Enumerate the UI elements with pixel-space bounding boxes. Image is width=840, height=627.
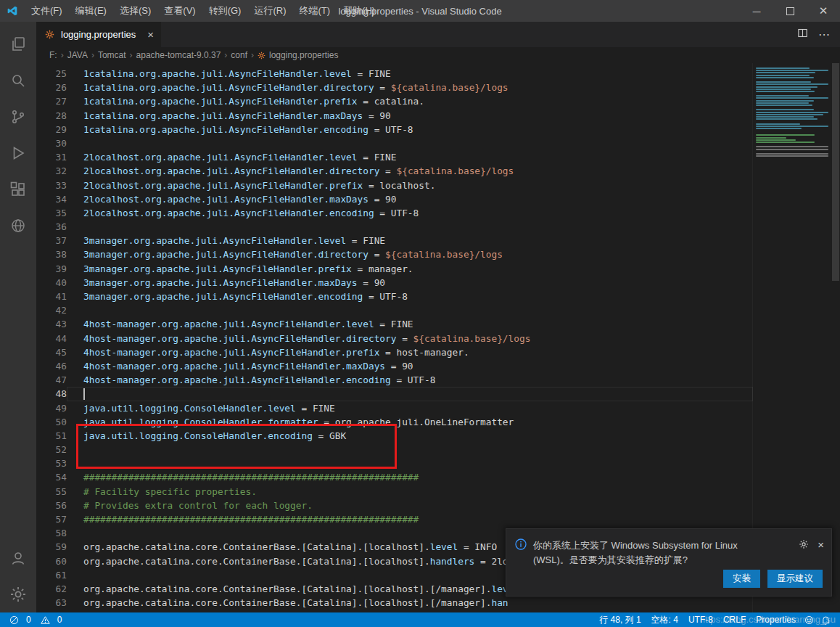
menu-item[interactable]: 查看(V)	[157, 0, 202, 22]
close-button[interactable]: ✕	[807, 0, 840, 22]
code-line[interactable]: 444host-manager.org.apache.juli.AsyncFil…	[36, 332, 753, 345]
code-line[interactable]: 30	[36, 136, 753, 150]
status-language-mode[interactable]: Properties	[751, 615, 801, 625]
code-line[interactable]: 261catalina.org.apache.juli.AsyncFileHan…	[36, 81, 753, 94]
code-line[interactable]: 57######################################…	[36, 512, 753, 526]
code-line[interactable]: 312localhost.org.apache.juli.AsyncFileHa…	[36, 150, 753, 164]
breadcrumb-item[interactable]: logging.properties	[268, 50, 339, 60]
breadcrumb-item[interactable]: F:	[48, 50, 59, 60]
code-token: 1catalina.org.apache.juli.AsyncFileHandl…	[83, 96, 358, 107]
install-button[interactable]: 安装	[723, 570, 760, 588]
code-token: = 90	[385, 361, 413, 372]
line-number: 49	[36, 401, 67, 415]
titlebar: 文件(F)编辑(E)选择(S)查看(V)转到(G)运行(R)终端(T)帮助(H)…	[0, 0, 840, 22]
status-encoding[interactable]: UTF-8	[683, 615, 718, 625]
code-token: = UTF-8	[363, 291, 408, 302]
line-number: 34	[36, 192, 67, 206]
minimap-line	[756, 128, 802, 129]
search-icon[interactable]	[1, 62, 36, 99]
code-line[interactable]: 271catalina.org.apache.juli.AsyncFileHan…	[36, 94, 753, 108]
explorer-icon[interactable]	[1, 26, 36, 62]
notifications-bell-icon[interactable]	[818, 615, 834, 625]
menu-item[interactable]: 编辑(E)	[69, 0, 113, 22]
code-line[interactable]: 373manager.org.apache.juli.AsyncFileHand…	[36, 234, 753, 247]
code-line[interactable]: 474host-manager.org.apache.juli.AsyncFil…	[36, 373, 753, 387]
globe-extension-icon[interactable]	[1, 208, 36, 244]
code-line[interactable]: 454host-manager.org.apache.juli.AsyncFil…	[36, 345, 753, 359]
code-line[interactable]: 54######################################…	[36, 470, 753, 484]
notification-gear-icon[interactable]	[799, 539, 809, 552]
code-line[interactable]: 464host-manager.org.apache.juli.AsyncFil…	[36, 359, 753, 373]
split-editor-icon[interactable]	[797, 28, 808, 41]
code-line[interactable]: 352localhost.org.apache.juli.AsyncFileHa…	[36, 206, 753, 220]
code-line[interactable]: 413manager.org.apache.juli.AsyncFileHand…	[36, 290, 753, 303]
code-line[interactable]: 42	[36, 303, 753, 317]
feedback-smiley-icon[interactable]	[801, 615, 818, 625]
code-line[interactable]: 291catalina.org.apache.juli.AsyncFileHan…	[36, 123, 753, 136]
line-number: 41	[36, 290, 67, 303]
status-cursor-position[interactable]: 行 48, 列 1	[594, 614, 646, 626]
code-line[interactable]: 52	[36, 443, 753, 456]
menu-item[interactable]: 运行(R)	[247, 0, 292, 22]
code-line[interactable]: 322localhost.org.apache.juli.AsyncFileHa…	[36, 164, 753, 178]
tab-logging-properties[interactable]: logging.properties ×	[36, 22, 161, 47]
run-debug-icon[interactable]	[1, 135, 36, 171]
line-text: 1catalina.org.apache.juli.AsyncFileHandl…	[67, 123, 753, 136]
line-text: 4host-manager.org.apache.juli.AsyncFileH…	[67, 332, 753, 345]
show-recommendations-button[interactable]: 显示建议	[767, 570, 823, 588]
breadcrumb-item[interactable]: apache-tomcat-9.0.37	[135, 50, 223, 60]
scrollbar-slider[interactable]	[832, 63, 839, 281]
code-line[interactable]: 383manager.org.apache.juli.AsyncFileHand…	[36, 247, 753, 261]
minimize-button[interactable]: ─	[740, 0, 773, 22]
line-text: java.util.logging.ConsoleHandler.encodin…	[67, 429, 753, 443]
source-control-icon[interactable]	[1, 99, 36, 135]
more-actions-icon[interactable]: ⋯	[818, 28, 830, 41]
code-token: 2localhost.org.apache.juli.AsyncFileHand…	[83, 152, 358, 163]
code-line[interactable]: 56# Provides extra control for each logg…	[36, 499, 753, 512]
code-line[interactable]: 49java.util.logging.ConsoleHandler.level…	[36, 401, 753, 415]
problems-indicator[interactable]: 0 0	[6, 615, 65, 625]
code-line[interactable]: 281catalina.org.apache.juli.AsyncFileHan…	[36, 109, 753, 123]
code-line[interactable]: 55# Facility specific properties.	[36, 485, 753, 499]
minimap-line	[756, 139, 796, 141]
code-line[interactable]: 251catalina.org.apache.juli.AsyncFileHan…	[36, 67, 753, 81]
code-token: =	[374, 82, 391, 93]
menu-item[interactable]: 选择(S)	[113, 0, 157, 22]
code-line[interactable]: 403manager.org.apache.juli.AsyncFileHand…	[36, 276, 753, 290]
breadcrumb-item[interactable]: JAVA	[66, 50, 89, 60]
minimap-line	[756, 132, 830, 134]
status-eol[interactable]: CRLF	[718, 615, 751, 625]
line-text: ########################################…	[67, 470, 753, 484]
line-text: 3manager.org.apache.juli.AsyncFileHandle…	[67, 234, 753, 247]
code-line[interactable]: 393manager.org.apache.juli.AsyncFileHand…	[36, 262, 753, 276]
status-indentation[interactable]: 空格: 4	[646, 614, 683, 626]
code-token: org.apache.catalina.core.ContainerBase.[…	[83, 597, 491, 608]
notification-close-icon[interactable]: ×	[818, 539, 824, 550]
code-line[interactable]: 50java.util.logging.ConsoleHandler.forma…	[36, 415, 753, 429]
code-line[interactable]: 63org.apache.catalina.core.ContainerBase…	[36, 596, 753, 610]
maximize-button[interactable]	[773, 0, 807, 22]
code-line[interactable]: 332localhost.org.apache.juli.AsyncFileHa…	[36, 179, 753, 192]
tab-close-icon[interactable]: ×	[147, 29, 154, 40]
accounts-icon[interactable]	[1, 540, 36, 576]
breadcrumb-item[interactable]: conf	[229, 50, 249, 60]
breadcrumb-item[interactable]: Tomcat	[96, 50, 128, 60]
menu-item[interactable]: 转到(G)	[202, 0, 248, 22]
code-line[interactable]: 48	[36, 387, 753, 401]
code-line[interactable]: 53	[36, 456, 753, 470]
minimap-line	[756, 83, 828, 85]
editor-scrollbar[interactable]	[831, 63, 840, 612]
settings-gear-icon[interactable]	[1, 576, 36, 612]
code-line[interactable]: 434host-manager.org.apache.juli.AsyncFil…	[36, 317, 753, 331]
extensions-icon[interactable]	[1, 171, 36, 208]
code-line[interactable]: 36	[36, 220, 753, 234]
code-token: ########################################…	[83, 472, 419, 483]
menu-item[interactable]: 终端(T)	[292, 0, 337, 22]
line-number: 62	[36, 582, 67, 596]
notification-toast: 你的系统上安装了 Windows Subsystem for Linux (WS…	[506, 528, 832, 597]
code-line[interactable]: 342localhost.org.apache.juli.AsyncFileHa…	[36, 192, 753, 206]
code-line[interactable]: 51java.util.logging.ConsoleHandler.encod…	[36, 429, 753, 443]
code-token: java.util.logging.ConsoleHandler.formatt…	[83, 417, 318, 427]
menu-item[interactable]: 文件(F)	[25, 0, 69, 22]
line-number: 44	[36, 332, 67, 345]
